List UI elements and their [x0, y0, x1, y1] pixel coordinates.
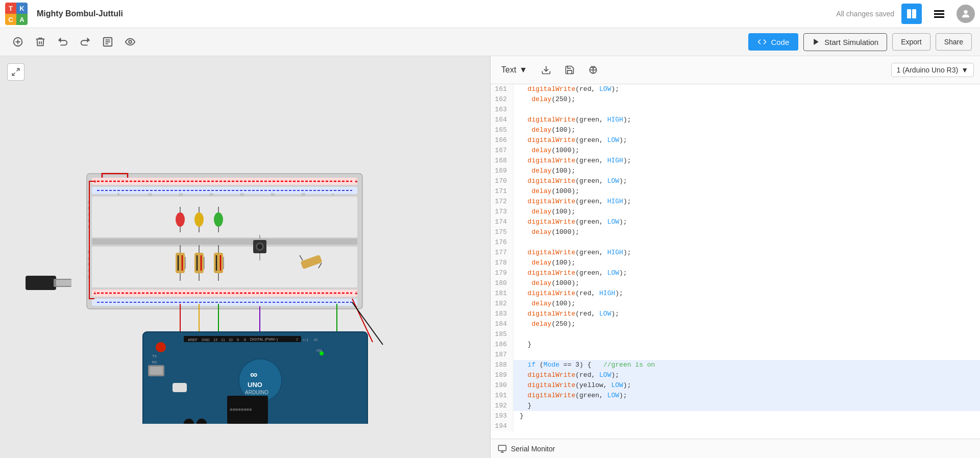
- device-selector[interactable]: 1 (Arduino Uno R3) ▼: [891, 63, 974, 77]
- svg-text:8: 8: [244, 338, 246, 342]
- canvas-area[interactable]: + + a b c d e f g h i j + +: [0, 56, 490, 458]
- code-panel-header: Text ▼ 1 (Arduino Uno R3) ▼: [491, 56, 980, 84]
- table-row: 164 digitalWrite(green, HIGH);: [491, 115, 980, 125]
- table-row: 184 delay(250);: [491, 319, 980, 329]
- add-component-btn[interactable]: [8, 32, 28, 52]
- line-code: digitalWrite(green, HIGH);: [513, 156, 980, 166]
- line-code: if (Mode == 3) { //green is on: [513, 360, 980, 370]
- delete-btn[interactable]: [31, 32, 50, 52]
- table-row: 181 digitalWrite(red, HIGH);: [491, 288, 980, 299]
- svg-text:GND: GND: [202, 338, 210, 342]
- svg-rect-4: [934, 16, 944, 18]
- svg-text:×0: ×0: [313, 338, 317, 342]
- code-panel: Text ▼ 1 (Arduino Uno R3) ▼ 161 digitalW…: [490, 56, 980, 458]
- device-label: 1 (Arduino Uno R3): [897, 66, 959, 74]
- toolbar: Code Start Simulation Export Share: [0, 28, 980, 56]
- download-icon-btn[interactable]: [537, 61, 555, 79]
- svg-rect-102: [150, 367, 163, 375]
- undo-btn[interactable]: [53, 32, 72, 52]
- line-code: digitalWrite(green, LOW);: [513, 217, 980, 227]
- save-icon-btn[interactable]: [560, 61, 579, 79]
- line-code: delay(100);: [513, 207, 980, 217]
- table-row: 174 digitalWrite(green, LOW);: [491, 217, 980, 227]
- line-number: 184: [491, 319, 513, 329]
- line-code: [513, 105, 980, 115]
- line-number: 168: [491, 156, 513, 166]
- svg-text:TX: TX: [152, 354, 157, 358]
- svg-text:+: +: [355, 179, 358, 184]
- line-number: 191: [491, 391, 513, 401]
- table-row: 192 }: [491, 401, 980, 411]
- share-button[interactable]: Share: [936, 33, 972, 51]
- table-row: 169 delay(100);: [491, 166, 980, 176]
- line-number: 177: [491, 248, 513, 258]
- line-number: 187: [491, 350, 513, 360]
- svg-rect-2: [934, 10, 944, 12]
- svg-text:DIGITAL (PWM~): DIGITAL (PWM~): [250, 338, 278, 342]
- svg-text:■■■■■■■■: ■■■■■■■■: [230, 407, 252, 412]
- line-code: digitalWrite(green, LOW);: [513, 176, 980, 186]
- serial-monitor-label: Serial Monitor: [511, 445, 555, 453]
- line-code: delay(100);: [513, 125, 980, 135]
- view-btn[interactable]: [120, 32, 140, 52]
- line-number: 163: [491, 105, 513, 115]
- svg-rect-3: [934, 13, 944, 15]
- svg-text:5: 5: [117, 192, 119, 196]
- svg-text:30: 30: [271, 192, 275, 196]
- svg-text:+: +: [355, 291, 358, 296]
- svg-rect-0: [907, 9, 911, 18]
- svg-rect-74: [214, 253, 223, 273]
- line-number: 165: [491, 125, 513, 135]
- line-code: delay(1000);: [513, 227, 980, 237]
- line-code: delay(100);: [513, 258, 980, 268]
- code-editor[interactable]: 161 digitalWrite(red, LOW);162 delay(250…: [491, 84, 980, 439]
- line-number: 194: [491, 421, 513, 431]
- table-row: 173 delay(100);: [491, 207, 980, 217]
- line-number: 189: [491, 370, 513, 380]
- chevron-down-icon: ▼: [519, 65, 527, 75]
- notes-btn[interactable]: [98, 32, 117, 52]
- line-code: }: [513, 340, 980, 350]
- logo-a: A: [16, 14, 28, 25]
- line-number: 192: [491, 401, 513, 411]
- redo-btn[interactable]: [76, 32, 95, 52]
- user-avatar[interactable]: [957, 5, 975, 23]
- line-code: }: [513, 401, 980, 411]
- table-row: 179 digitalWrite(green, LOW);: [491, 268, 980, 278]
- line-code: digitalWrite(green, HIGH);: [513, 197, 980, 207]
- svg-text:+: +: [93, 291, 96, 296]
- svg-rect-15: [26, 276, 56, 290]
- line-code: digitalWrite(green, HIGH);: [513, 115, 980, 125]
- line-number: 183: [491, 309, 513, 319]
- line-number: 161: [491, 84, 513, 94]
- line-number: 166: [491, 135, 513, 146]
- line-code: digitalWrite(red, LOW);: [513, 309, 980, 319]
- line-code: delay(100);: [513, 166, 980, 176]
- line-code: digitalWrite(green, LOW);: [513, 135, 980, 146]
- zoom-fit-button[interactable]: [7, 63, 24, 81]
- start-simulation-button[interactable]: Start Simulation: [803, 33, 887, 51]
- table-row: 182 delay(100);: [491, 299, 980, 309]
- line-code: digitalWrite(green, HIGH);: [513, 248, 980, 258]
- line-code: delay(250);: [513, 94, 980, 105]
- menu-icon-btn[interactable]: [929, 4, 949, 24]
- serial-monitor-icon: [498, 444, 507, 453]
- line-code: digitalWrite(yellow, LOW);: [513, 380, 980, 391]
- code-type-selector[interactable]: Text ▼: [497, 63, 532, 77]
- line-code: delay(1000);: [513, 186, 980, 197]
- line-number: 172: [491, 197, 513, 207]
- logo-t: T: [5, 3, 16, 14]
- all-changes-saved: All changes saved: [836, 10, 894, 18]
- export-button[interactable]: Export: [892, 33, 930, 51]
- code-button[interactable]: Code: [748, 33, 798, 51]
- line-code: delay(1000);: [513, 146, 980, 156]
- tinkercad-logo[interactable]: T K C A: [5, 3, 28, 25]
- serial-monitor-bar[interactable]: Serial Monitor: [491, 439, 980, 458]
- svg-point-52: [176, 212, 185, 227]
- svg-text:10: 10: [148, 192, 152, 196]
- bug-icon-btn[interactable]: [584, 61, 602, 79]
- logo-k: K: [16, 3, 28, 14]
- circuit-icon-btn[interactable]: [901, 4, 922, 24]
- line-number: 171: [491, 186, 513, 197]
- svg-text:ON: ON: [316, 349, 322, 352]
